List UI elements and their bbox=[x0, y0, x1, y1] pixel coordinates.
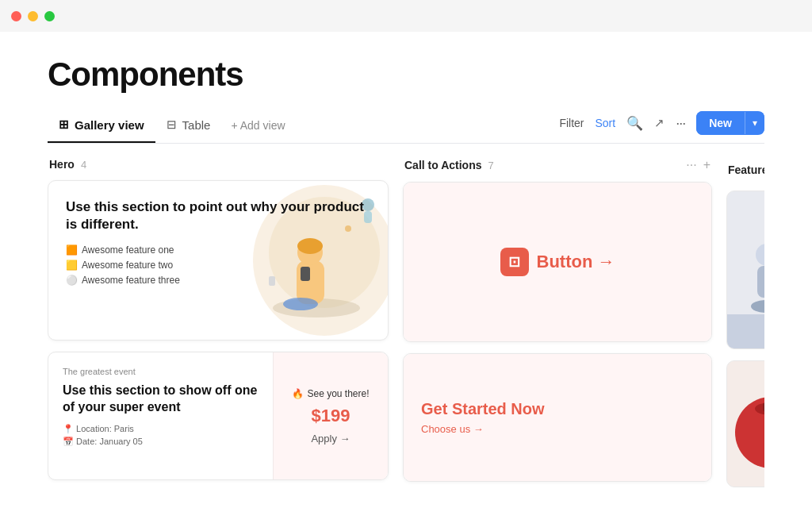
cta-card-1-body: ⊡ Button → bbox=[404, 183, 711, 341]
card-feature-1[interactable] bbox=[726, 190, 764, 349]
hero-card-2-left: The greatest event Use this section to s… bbox=[48, 352, 273, 479]
feature-icon-1: 🟧 bbox=[66, 244, 78, 256]
feature-item-1: 🟧 Awesome feature one bbox=[66, 244, 370, 256]
cta-box-icon: ⊡ bbox=[508, 253, 520, 271]
fire-icon: 🔥 bbox=[292, 388, 304, 399]
table-icon: ⊟ bbox=[167, 117, 177, 132]
tab-gallery-label: Gallery view bbox=[75, 118, 144, 132]
more-icon[interactable]: ··· bbox=[676, 115, 685, 132]
card-feature-2[interactable] bbox=[726, 360, 764, 487]
new-button-chevron[interactable]: ▾ bbox=[745, 112, 764, 134]
see-you-label: 🔥 See you there! bbox=[292, 388, 369, 399]
hero-card-1-text: Use this section to point out why your p… bbox=[66, 198, 370, 290]
hero-headline: Use this section to point out why your p… bbox=[66, 198, 370, 233]
event-location: 📍 Location: Paris bbox=[63, 424, 259, 434]
feature-text-1: Awesome feature one bbox=[82, 244, 174, 256]
minimize-button[interactable] bbox=[28, 11, 38, 21]
event-meta: 📍 Location: Paris 📅 Date: January 05 bbox=[63, 424, 259, 447]
gallery-area: Hero 4 Use this section to point out why… bbox=[48, 158, 764, 493]
feature-svg-2 bbox=[727, 361, 764, 487]
get-started-title: Get Started Now bbox=[421, 400, 694, 418]
close-button[interactable] bbox=[11, 11, 21, 21]
apply-button-preview: Apply → bbox=[311, 433, 350, 444]
feature-item-3: ⚪ Awesome feature three bbox=[66, 275, 370, 286]
column-hero: Hero 4 Use this section to point out why… bbox=[48, 158, 389, 493]
event-price: $199 bbox=[312, 406, 350, 426]
column-more-icon[interactable]: ··· bbox=[686, 158, 696, 172]
column-feature: Feature bbox=[726, 158, 764, 493]
column-cta: Call to Actions 7 ··· + ⊡ Button → bbox=[403, 158, 712, 493]
svg-point-6 bbox=[283, 298, 318, 310]
view-tabs: ⊞ Gallery view ⊟ Table + Add view bbox=[48, 111, 295, 143]
hero-card-1-body: Use this section to point out why your p… bbox=[48, 181, 388, 340]
feature-icon-2: 🟨 bbox=[66, 260, 78, 271]
link-icon[interactable]: ↗ bbox=[654, 116, 665, 130]
cta-button-label: Button → bbox=[537, 252, 615, 272]
add-view-label: + Add view bbox=[231, 119, 285, 132]
get-started-sub: Choose us → bbox=[421, 423, 694, 435]
feature-item-2: 🟨 Awesome feature two bbox=[66, 260, 370, 271]
gallery-icon: ⊞ bbox=[59, 117, 69, 132]
toolbar: ⊞ Gallery view ⊟ Table + Add view Filter… bbox=[48, 111, 764, 144]
filter-button[interactable]: Filter bbox=[559, 117, 584, 129]
column-add-icon[interactable]: + bbox=[703, 158, 710, 172]
main-content: Components ⊞ Gallery view ⊟ Table + Add … bbox=[0, 32, 812, 493]
tab-gallery[interactable]: ⊞ Gallery view bbox=[48, 111, 155, 143]
fullscreen-button[interactable] bbox=[44, 11, 55, 21]
filter-label: Filter bbox=[559, 117, 584, 129]
tab-table-label: Table bbox=[182, 118, 211, 132]
sort-label: Sort bbox=[596, 117, 616, 129]
column-cta-header: Call to Actions 7 ··· + bbox=[403, 158, 712, 172]
event-tag: The greatest event bbox=[63, 367, 259, 376]
column-feature-title: Feature bbox=[728, 164, 764, 176]
feature-icon-3: ⚪ bbox=[66, 275, 78, 286]
page-title: Components bbox=[48, 56, 764, 94]
svg-rect-16 bbox=[727, 314, 764, 349]
hero-card-2-right: 🔥 See you there! $199 Apply → bbox=[273, 352, 388, 479]
feature-list: 🟧 Awesome feature one 🟨 Awesome feature … bbox=[66, 244, 370, 286]
new-button[interactable]: New bbox=[696, 111, 745, 135]
hero-card-2-body: The greatest event Use this section to s… bbox=[48, 352, 388, 479]
svg-rect-14 bbox=[757, 266, 764, 298]
feature-text-2: Awesome feature two bbox=[82, 260, 173, 271]
cta-button-preview: ⊡ Button → bbox=[500, 248, 615, 276]
cta-card-2-body: Get Started Now Choose us → bbox=[404, 354, 711, 481]
column-cta-count: 7 bbox=[488, 160, 494, 171]
toolbar-right: Filter Sort 🔍 ↗ ··· New ▾ bbox=[559, 111, 764, 143]
add-view-button[interactable]: + Add view bbox=[221, 113, 294, 141]
cta-icon-box: ⊡ bbox=[500, 248, 529, 276]
new-button-group: New ▾ bbox=[696, 111, 764, 135]
column-hero-title: Hero bbox=[49, 158, 75, 171]
event-title: Use this section to show off one of your… bbox=[63, 383, 259, 416]
feature-svg-1 bbox=[727, 191, 764, 349]
tab-table[interactable]: ⊟ Table bbox=[155, 111, 222, 143]
column-cta-actions: ··· + bbox=[686, 158, 710, 172]
card-cta-1[interactable]: ⊡ Button → bbox=[403, 182, 712, 342]
titlebar bbox=[0, 0, 812, 32]
column-cta-title: Call to Actions bbox=[404, 159, 482, 171]
search-icon[interactable]: 🔍 bbox=[626, 115, 643, 132]
column-hero-header: Hero 4 bbox=[48, 158, 389, 171]
card-hero-1[interactable]: Use this section to point out why your p… bbox=[48, 180, 389, 341]
sort-button[interactable]: Sort bbox=[596, 117, 616, 129]
card-hero-2[interactable]: The greatest event Use this section to s… bbox=[48, 352, 389, 480]
event-date: 📅 Date: January 05 bbox=[63, 437, 259, 447]
column-feature-header: Feature bbox=[726, 158, 764, 181]
column-hero-count: 4 bbox=[81, 159, 86, 171]
feature-text-3: Awesome feature three bbox=[82, 275, 180, 286]
card-cta-2[interactable]: Get Started Now Choose us → bbox=[403, 353, 712, 482]
